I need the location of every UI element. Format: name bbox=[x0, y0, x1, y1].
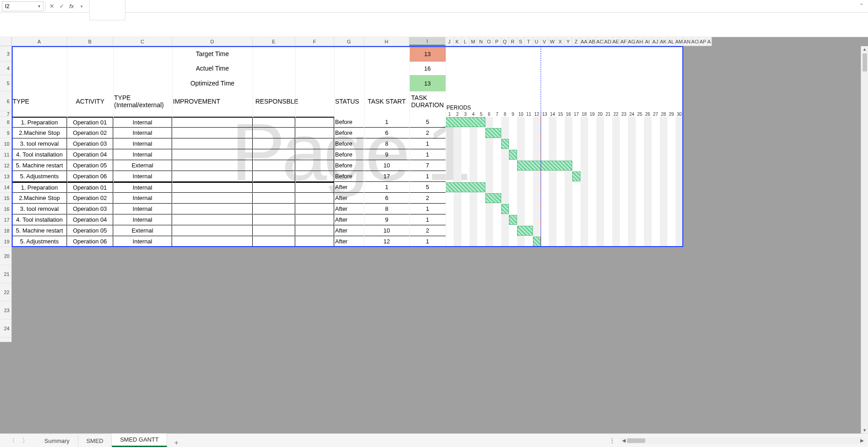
actual-time-value[interactable]: 16 bbox=[409, 62, 446, 75]
col-header-Q[interactable]: Q bbox=[501, 37, 509, 46]
col-header-Z[interactable]: Z bbox=[572, 37, 580, 46]
status-cell[interactable]: Before bbox=[334, 128, 364, 138]
gantt-bar[interactable] bbox=[485, 128, 501, 138]
data-cell[interactable] bbox=[295, 117, 334, 128]
period-15[interactable]: 15 bbox=[556, 111, 565, 117]
data-cell[interactable] bbox=[172, 128, 253, 138]
period-26[interactable]: 26 bbox=[644, 111, 652, 117]
gantt-bar[interactable] bbox=[501, 139, 509, 149]
data-cell[interactable] bbox=[253, 236, 295, 247]
col-header-D[interactable]: D bbox=[172, 37, 253, 46]
task-duration-cell[interactable]: 1 bbox=[409, 149, 446, 160]
th-task-start[interactable]: TASK START bbox=[364, 91, 409, 111]
data-cell[interactable] bbox=[172, 204, 253, 214]
row-header-22[interactable]: 22 bbox=[0, 283, 11, 301]
data-cell[interactable]: Operation 03 bbox=[67, 138, 113, 149]
period-16[interactable]: 16 bbox=[565, 111, 573, 117]
data-cell[interactable]: 4. Tool installation bbox=[12, 214, 67, 225]
col-header-AC[interactable]: AC bbox=[596, 37, 604, 46]
col-header-AD[interactable]: AD bbox=[604, 37, 612, 46]
row-header-13[interactable]: 13 bbox=[0, 171, 11, 182]
actual-time-label[interactable]: Actuel Time bbox=[172, 62, 253, 75]
data-cell[interactable] bbox=[295, 171, 334, 182]
period-9[interactable]: 9 bbox=[509, 111, 517, 117]
data-cell[interactable] bbox=[253, 117, 295, 128]
data-cell[interactable]: 1. Preparation bbox=[12, 117, 67, 128]
col-header-X[interactable]: X bbox=[556, 37, 565, 46]
th-improvement[interactable]: IMPROVEMENT bbox=[172, 91, 253, 111]
row-header-15[interactable]: 15 bbox=[0, 193, 11, 204]
name-box[interactable]: I2 ▾ bbox=[2, 1, 43, 11]
col-header-AB[interactable]: AB bbox=[588, 37, 596, 46]
period-23[interactable]: 23 bbox=[620, 111, 628, 117]
data-cell[interactable]: Internal bbox=[113, 128, 172, 138]
data-cell[interactable]: Internal bbox=[113, 236, 172, 247]
data-cell[interactable] bbox=[253, 160, 295, 171]
task-start-cell[interactable]: 10 bbox=[364, 225, 409, 236]
gantt-bar[interactable] bbox=[517, 161, 573, 171]
col-header-AP[interactable]: AP bbox=[699, 37, 707, 46]
data-cell[interactable] bbox=[253, 171, 295, 182]
data-cell[interactable] bbox=[295, 160, 334, 171]
task-start-cell[interactable]: 9 bbox=[364, 149, 409, 160]
col-header-T[interactable]: T bbox=[525, 37, 533, 46]
row-header-11[interactable]: 11 bbox=[0, 149, 11, 160]
period-29[interactable]: 29 bbox=[667, 111, 676, 117]
period-11[interactable]: 11 bbox=[525, 111, 533, 117]
row-header-10[interactable]: 10 bbox=[0, 138, 11, 149]
status-cell[interactable]: After bbox=[334, 204, 364, 214]
task-start-cell[interactable]: 6 bbox=[364, 128, 409, 138]
data-cell[interactable]: 4. Tool installation bbox=[12, 149, 67, 160]
data-cell[interactable]: External bbox=[113, 160, 172, 171]
period-14[interactable]: 14 bbox=[549, 111, 557, 117]
task-start-cell[interactable]: 9 bbox=[364, 214, 409, 225]
period-3[interactable]: 3 bbox=[461, 111, 470, 117]
col-header-AM[interactable]: AM bbox=[676, 37, 684, 46]
period-28[interactable]: 28 bbox=[660, 111, 668, 117]
data-cell[interactable] bbox=[172, 117, 253, 128]
task-start-cell[interactable]: 17 bbox=[364, 171, 409, 182]
data-cell[interactable] bbox=[172, 193, 253, 204]
col-header-E[interactable]: E bbox=[253, 37, 295, 46]
gantt-bar[interactable] bbox=[446, 117, 485, 127]
row-header-4[interactable]: 4 bbox=[0, 62, 11, 75]
gantt-bar[interactable] bbox=[485, 193, 501, 203]
data-cell[interactable] bbox=[172, 225, 253, 236]
th-responsible[interactable]: RESPONSBLE bbox=[254, 91, 309, 111]
period-25[interactable]: 25 bbox=[636, 111, 644, 117]
vertical-scroll-thumb[interactable] bbox=[863, 53, 867, 71]
data-cell[interactable] bbox=[172, 171, 253, 182]
col-header-AF[interactable]: AF bbox=[620, 37, 628, 46]
formula-input[interactable] bbox=[89, 0, 125, 20]
period-24[interactable]: 24 bbox=[628, 111, 636, 117]
data-cell[interactable]: Internal bbox=[113, 149, 172, 160]
data-cell[interactable] bbox=[172, 214, 253, 225]
data-cell[interactable] bbox=[172, 138, 253, 149]
status-cell[interactable]: Before bbox=[334, 149, 364, 160]
data-cell[interactable]: Internal bbox=[113, 117, 172, 128]
col-header-AK[interactable]: AK bbox=[660, 37, 668, 46]
data-cell[interactable]: 2.Machine Stop bbox=[12, 128, 67, 138]
cancel-formula-icon[interactable]: ✕ bbox=[48, 1, 56, 11]
task-duration-cell[interactable]: 2 bbox=[409, 128, 446, 138]
task-start-cell[interactable]: 8 bbox=[364, 138, 409, 149]
status-cell[interactable]: Before bbox=[334, 138, 364, 149]
th-type[interactable]: TYPE bbox=[12, 91, 67, 111]
task-duration-cell[interactable]: 1 bbox=[409, 204, 446, 214]
data-cell[interactable]: Internal bbox=[113, 171, 172, 182]
data-cell[interactable]: Operation 06 bbox=[67, 171, 113, 182]
status-cell[interactable]: After bbox=[334, 225, 364, 236]
col-header-AG[interactable]: AG bbox=[628, 37, 636, 46]
gantt-bar[interactable] bbox=[517, 226, 533, 236]
chevron-up-icon[interactable]: ⌃ bbox=[859, 3, 863, 9]
period-2[interactable]: 2 bbox=[454, 111, 462, 117]
target-time-value[interactable]: 13 bbox=[409, 46, 446, 62]
data-cell[interactable]: Operation 03 bbox=[67, 204, 113, 214]
row-header-21[interactable]: 21 bbox=[0, 265, 11, 283]
period-19[interactable]: 19 bbox=[588, 111, 596, 117]
data-cell[interactable] bbox=[253, 193, 295, 204]
col-header-L[interactable]: L bbox=[461, 37, 470, 46]
period-4[interactable]: 4 bbox=[470, 111, 478, 117]
period-13[interactable]: 13 bbox=[541, 111, 549, 117]
col-header-B[interactable]: B bbox=[67, 37, 113, 46]
